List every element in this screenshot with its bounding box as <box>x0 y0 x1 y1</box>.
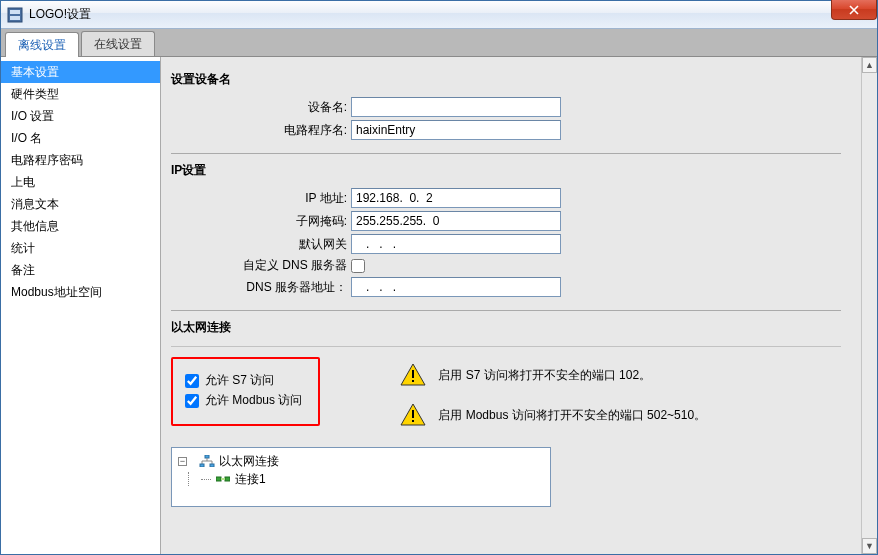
vertical-scrollbar[interactable]: ▲ ▼ <box>861 57 877 554</box>
window-title: LOGO!设置 <box>29 6 91 23</box>
sidebar-item-modbus-space[interactable]: Modbus地址空间 <box>1 281 160 303</box>
sidebar-item-io-settings[interactable]: I/O 设置 <box>1 105 160 127</box>
svg-rect-3 <box>412 370 414 378</box>
label-mask: 子网掩码: <box>171 213 351 230</box>
input-dns-addr[interactable] <box>351 277 561 297</box>
input-mask[interactable] <box>351 211 561 231</box>
collapse-icon[interactable]: − <box>178 457 187 466</box>
tab-offline[interactable]: 离线设置 <box>5 32 79 57</box>
label-dns-addr: DNS 服务器地址： <box>171 279 351 296</box>
section-heading-eth: 以太网连接 <box>171 317 841 342</box>
warning-icon <box>400 403 426 427</box>
svg-rect-6 <box>412 420 414 422</box>
app-icon <box>7 7 23 23</box>
sidebar-item-hardware[interactable]: 硬件类型 <box>1 83 160 105</box>
connection-icon <box>215 473 231 485</box>
label-allow-s7: 允许 S7 访问 <box>205 372 274 389</box>
input-gateway[interactable] <box>351 234 561 254</box>
sidebar-item-message-text[interactable]: 消息文本 <box>1 193 160 215</box>
tab-online[interactable]: 在线设置 <box>81 31 155 56</box>
close-button[interactable] <box>831 0 877 20</box>
input-program-name[interactable] <box>351 120 561 140</box>
tree-root-label: 以太网连接 <box>219 452 279 470</box>
svg-rect-12 <box>221 478 225 480</box>
svg-rect-2 <box>10 16 20 20</box>
label-ip: IP 地址: <box>171 190 351 207</box>
scroll-up-button[interactable]: ▲ <box>862 57 877 73</box>
sidebar-item-poweron[interactable]: 上电 <box>1 171 160 193</box>
checkbox-custom-dns[interactable] <box>351 259 365 273</box>
tree-child-label: 连接1 <box>235 470 266 488</box>
titlebar: LOGO!设置 <box>1 1 877 29</box>
svg-rect-8 <box>200 464 204 467</box>
body: 基本设置 硬件类型 I/O 设置 I/O 名 电路程序密码 上电 消息文本 其他… <box>1 57 877 554</box>
allow-access-group: 允许 S7 访问 允许 Modbus 访问 <box>171 357 320 426</box>
section-device-name: 设置设备名 设备名: 电路程序名: <box>171 69 841 154</box>
content: 设置设备名 设备名: 电路程序名: IP设置 IP 地址: <box>161 57 861 554</box>
section-ethernet: 以太网连接 允许 S7 访问 允许 Modbus 访问 <box>171 317 841 517</box>
tree-root-row[interactable]: − 以太网连接 <box>178 452 544 470</box>
close-icon <box>849 5 859 15</box>
label-allow-modbus: 允许 Modbus 访问 <box>205 392 302 409</box>
sidebar-item-program-password[interactable]: 电路程序密码 <box>1 149 160 171</box>
label-program-name: 电路程序名: <box>171 122 351 139</box>
section-ip: IP设置 IP 地址: 子网掩码: 默认网关 自定义 DNS 服务器 <box>171 160 841 311</box>
sidebar-item-io-names[interactable]: I/O 名 <box>1 127 160 149</box>
svg-rect-9 <box>210 464 214 467</box>
checkbox-allow-modbus[interactable] <box>185 394 199 408</box>
sidebar-item-basic[interactable]: 基本设置 <box>1 61 160 83</box>
settings-window: LOGO!设置 离线设置 在线设置 基本设置 硬件类型 I/O 设置 I/O 名… <box>0 0 878 555</box>
svg-rect-5 <box>412 410 414 418</box>
tree-child-row[interactable]: 连接1 <box>178 470 544 488</box>
scroll-down-button[interactable]: ▼ <box>862 538 877 554</box>
svg-rect-4 <box>412 380 414 382</box>
section-heading-ip: IP设置 <box>171 160 841 185</box>
warn-text-modbus: 启用 Modbus 访问将打开不安全的端口 502~510。 <box>438 407 706 424</box>
network-icon <box>199 455 215 467</box>
label-custom-dns: 自定义 DNS 服务器 <box>171 257 351 274</box>
label-device-name: 设备名: <box>171 99 351 116</box>
label-gateway: 默认网关 <box>171 236 351 253</box>
svg-rect-1 <box>10 10 20 14</box>
svg-rect-7 <box>205 455 209 458</box>
sidebar: 基本设置 硬件类型 I/O 设置 I/O 名 电路程序密码 上电 消息文本 其他… <box>1 57 161 554</box>
warning-column: 启用 S7 访问将打开不安全的端口 102。 <box>400 357 706 443</box>
divider <box>171 346 841 347</box>
content-wrap: 设置设备名 设备名: 电路程序名: IP设置 IP 地址: <box>161 57 877 554</box>
sidebar-item-other[interactable]: 其他信息 <box>1 215 160 237</box>
svg-rect-11 <box>225 477 230 481</box>
warn-text-s7: 启用 S7 访问将打开不安全的端口 102。 <box>438 367 651 384</box>
checkbox-allow-s7[interactable] <box>185 374 199 388</box>
input-device-name[interactable] <box>351 97 561 117</box>
ethernet-connection-tree[interactable]: − 以太网连接 <box>171 447 551 507</box>
svg-rect-10 <box>216 477 221 481</box>
tabbar: 离线设置 在线设置 <box>1 29 877 57</box>
sidebar-item-notes[interactable]: 备注 <box>1 259 160 281</box>
warning-icon <box>400 363 426 387</box>
input-ip[interactable] <box>351 188 561 208</box>
sidebar-item-statistics[interactable]: 统计 <box>1 237 160 259</box>
section-heading-device: 设置设备名 <box>171 69 841 94</box>
